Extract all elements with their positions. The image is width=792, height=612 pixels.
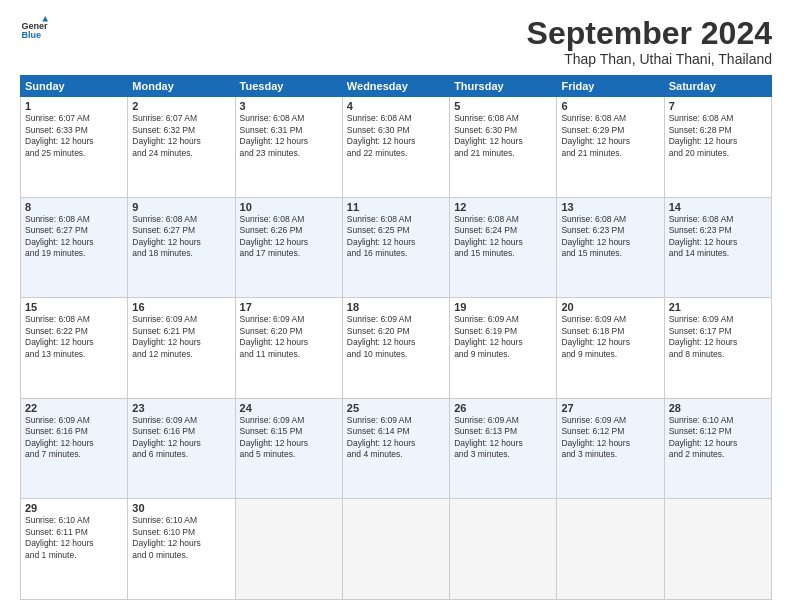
calendar-day-cell: 8Sunrise: 6:08 AMSunset: 6:27 PMDaylight…: [21, 197, 128, 298]
day-number: 9: [132, 201, 230, 213]
day-info: Sunrise: 6:08 AMSunset: 6:29 PMDaylight:…: [561, 113, 659, 159]
day-info: Sunrise: 6:07 AMSunset: 6:33 PMDaylight:…: [25, 113, 123, 159]
day-number: 24: [240, 402, 338, 414]
calendar-page: General Blue September 2024 Thap Than, U…: [0, 0, 792, 612]
day-number: 28: [669, 402, 767, 414]
calendar-day-cell: 15Sunrise: 6:08 AMSunset: 6:22 PMDayligh…: [21, 298, 128, 399]
day-number: 18: [347, 301, 445, 313]
logo-icon: General Blue: [20, 16, 48, 44]
day-info: Sunrise: 6:08 AMSunset: 6:28 PMDaylight:…: [669, 113, 767, 159]
day-number: 4: [347, 100, 445, 112]
calendar-day-cell: 10Sunrise: 6:08 AMSunset: 6:26 PMDayligh…: [235, 197, 342, 298]
calendar-day-cell: 13Sunrise: 6:08 AMSunset: 6:23 PMDayligh…: [557, 197, 664, 298]
calendar-week-row: 8Sunrise: 6:08 AMSunset: 6:27 PMDaylight…: [21, 197, 772, 298]
day-number: 14: [669, 201, 767, 213]
day-number: 16: [132, 301, 230, 313]
calendar-day-cell: [235, 499, 342, 600]
calendar-week-row: 29Sunrise: 6:10 AMSunset: 6:11 PMDayligh…: [21, 499, 772, 600]
calendar-day-cell: 24Sunrise: 6:09 AMSunset: 6:15 PMDayligh…: [235, 398, 342, 499]
day-info: Sunrise: 6:09 AMSunset: 6:16 PMDaylight:…: [25, 415, 123, 461]
col-monday: Monday: [128, 76, 235, 97]
day-number: 17: [240, 301, 338, 313]
col-thursday: Thursday: [450, 76, 557, 97]
day-number: 2: [132, 100, 230, 112]
day-info: Sunrise: 6:08 AMSunset: 6:31 PMDaylight:…: [240, 113, 338, 159]
day-info: Sunrise: 6:10 AMSunset: 6:11 PMDaylight:…: [25, 515, 123, 561]
calendar-day-cell: 6Sunrise: 6:08 AMSunset: 6:29 PMDaylight…: [557, 97, 664, 198]
logo: General Blue: [20, 16, 52, 44]
calendar-week-row: 1Sunrise: 6:07 AMSunset: 6:33 PMDaylight…: [21, 97, 772, 198]
day-info: Sunrise: 6:09 AMSunset: 6:19 PMDaylight:…: [454, 314, 552, 360]
calendar-day-cell: 20Sunrise: 6:09 AMSunset: 6:18 PMDayligh…: [557, 298, 664, 399]
day-info: Sunrise: 6:09 AMSunset: 6:20 PMDaylight:…: [347, 314, 445, 360]
day-number: 21: [669, 301, 767, 313]
day-number: 25: [347, 402, 445, 414]
calendar-day-cell: 2Sunrise: 6:07 AMSunset: 6:32 PMDaylight…: [128, 97, 235, 198]
calendar-day-cell: 18Sunrise: 6:09 AMSunset: 6:20 PMDayligh…: [342, 298, 449, 399]
calendar-day-cell: 29Sunrise: 6:10 AMSunset: 6:11 PMDayligh…: [21, 499, 128, 600]
day-number: 8: [25, 201, 123, 213]
day-info: Sunrise: 6:08 AMSunset: 6:23 PMDaylight:…: [561, 214, 659, 260]
calendar-day-cell: [557, 499, 664, 600]
svg-text:General: General: [21, 21, 48, 31]
calendar-header-row: Sunday Monday Tuesday Wednesday Thursday…: [21, 76, 772, 97]
day-info: Sunrise: 6:08 AMSunset: 6:25 PMDaylight:…: [347, 214, 445, 260]
day-info: Sunrise: 6:09 AMSunset: 6:14 PMDaylight:…: [347, 415, 445, 461]
calendar-day-cell: 9Sunrise: 6:08 AMSunset: 6:27 PMDaylight…: [128, 197, 235, 298]
day-info: Sunrise: 6:09 AMSunset: 6:17 PMDaylight:…: [669, 314, 767, 360]
calendar-day-cell: 17Sunrise: 6:09 AMSunset: 6:20 PMDayligh…: [235, 298, 342, 399]
calendar-day-cell: 1Sunrise: 6:07 AMSunset: 6:33 PMDaylight…: [21, 97, 128, 198]
calendar-day-cell: 7Sunrise: 6:08 AMSunset: 6:28 PMDaylight…: [664, 97, 771, 198]
col-saturday: Saturday: [664, 76, 771, 97]
day-number: 1: [25, 100, 123, 112]
day-info: Sunrise: 6:09 AMSunset: 6:12 PMDaylight:…: [561, 415, 659, 461]
col-sunday: Sunday: [21, 76, 128, 97]
calendar-day-cell: 4Sunrise: 6:08 AMSunset: 6:30 PMDaylight…: [342, 97, 449, 198]
title-block: September 2024 Thap Than, Uthai Thani, T…: [527, 16, 772, 67]
day-info: Sunrise: 6:07 AMSunset: 6:32 PMDaylight:…: [132, 113, 230, 159]
day-number: 27: [561, 402, 659, 414]
day-number: 10: [240, 201, 338, 213]
day-info: Sunrise: 6:09 AMSunset: 6:18 PMDaylight:…: [561, 314, 659, 360]
day-number: 29: [25, 502, 123, 514]
header: General Blue September 2024 Thap Than, U…: [20, 16, 772, 67]
svg-marker-2: [42, 16, 48, 22]
day-number: 22: [25, 402, 123, 414]
calendar-day-cell: [450, 499, 557, 600]
day-info: Sunrise: 6:08 AMSunset: 6:30 PMDaylight:…: [454, 113, 552, 159]
location-subtitle: Thap Than, Uthai Thani, Thailand: [527, 51, 772, 67]
day-info: Sunrise: 6:09 AMSunset: 6:20 PMDaylight:…: [240, 314, 338, 360]
calendar-day-cell: 21Sunrise: 6:09 AMSunset: 6:17 PMDayligh…: [664, 298, 771, 399]
calendar-week-row: 15Sunrise: 6:08 AMSunset: 6:22 PMDayligh…: [21, 298, 772, 399]
day-number: 5: [454, 100, 552, 112]
calendar-day-cell: [342, 499, 449, 600]
calendar-day-cell: 19Sunrise: 6:09 AMSunset: 6:19 PMDayligh…: [450, 298, 557, 399]
day-number: 13: [561, 201, 659, 213]
day-number: 19: [454, 301, 552, 313]
col-wednesday: Wednesday: [342, 76, 449, 97]
calendar-day-cell: 28Sunrise: 6:10 AMSunset: 6:12 PMDayligh…: [664, 398, 771, 499]
month-year-title: September 2024: [527, 16, 772, 51]
svg-text:Blue: Blue: [21, 30, 41, 40]
calendar-week-row: 22Sunrise: 6:09 AMSunset: 6:16 PMDayligh…: [21, 398, 772, 499]
day-number: 6: [561, 100, 659, 112]
day-info: Sunrise: 6:08 AMSunset: 6:23 PMDaylight:…: [669, 214, 767, 260]
day-number: 11: [347, 201, 445, 213]
day-number: 30: [132, 502, 230, 514]
calendar-day-cell: 16Sunrise: 6:09 AMSunset: 6:21 PMDayligh…: [128, 298, 235, 399]
day-info: Sunrise: 6:09 AMSunset: 6:16 PMDaylight:…: [132, 415, 230, 461]
calendar-day-cell: 3Sunrise: 6:08 AMSunset: 6:31 PMDaylight…: [235, 97, 342, 198]
calendar-day-cell: 30Sunrise: 6:10 AMSunset: 6:10 PMDayligh…: [128, 499, 235, 600]
day-info: Sunrise: 6:08 AMSunset: 6:24 PMDaylight:…: [454, 214, 552, 260]
calendar-day-cell: 5Sunrise: 6:08 AMSunset: 6:30 PMDaylight…: [450, 97, 557, 198]
calendar-day-cell: 26Sunrise: 6:09 AMSunset: 6:13 PMDayligh…: [450, 398, 557, 499]
day-number: 26: [454, 402, 552, 414]
day-info: Sunrise: 6:08 AMSunset: 6:22 PMDaylight:…: [25, 314, 123, 360]
day-number: 7: [669, 100, 767, 112]
calendar-day-cell: 23Sunrise: 6:09 AMSunset: 6:16 PMDayligh…: [128, 398, 235, 499]
calendar-day-cell: 27Sunrise: 6:09 AMSunset: 6:12 PMDayligh…: [557, 398, 664, 499]
day-info: Sunrise: 6:08 AMSunset: 6:30 PMDaylight:…: [347, 113, 445, 159]
day-info: Sunrise: 6:10 AMSunset: 6:10 PMDaylight:…: [132, 515, 230, 561]
day-info: Sunrise: 6:08 AMSunset: 6:26 PMDaylight:…: [240, 214, 338, 260]
calendar-day-cell: 11Sunrise: 6:08 AMSunset: 6:25 PMDayligh…: [342, 197, 449, 298]
